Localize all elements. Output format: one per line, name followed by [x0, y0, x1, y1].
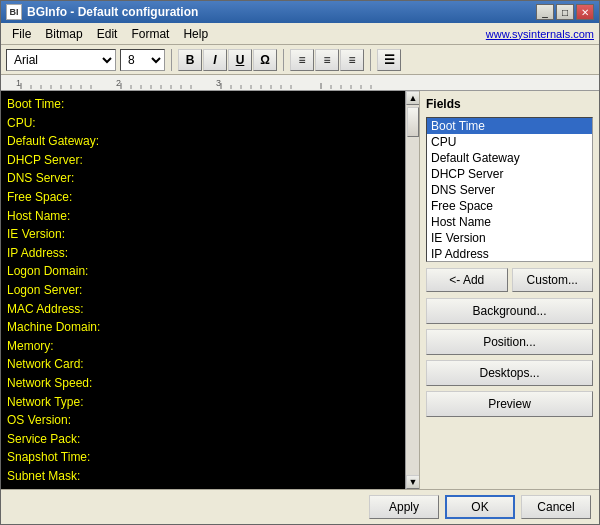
underline-button[interactable]: U [228, 49, 252, 71]
cancel-button[interactable]: Cancel [521, 495, 591, 519]
close-button[interactable]: ✕ [576, 4, 594, 20]
editor-row: Service Pack: [7, 430, 399, 449]
sysinternals-link[interactable]: www.sysinternals.com [486, 28, 594, 40]
editor-row: Network Card: [7, 355, 399, 374]
right-panel: Fields Boot TimeCPUDefault GatewayDHCP S… [419, 91, 599, 489]
background----button[interactable]: Background... [426, 298, 593, 324]
minimize-button[interactable]: _ [536, 4, 554, 20]
fields-list-item[interactable]: DHCP Server [427, 166, 592, 182]
app-icon: BI [6, 4, 22, 20]
field-label: Subnet Mask: [7, 467, 152, 486]
bold-button[interactable]: B [178, 49, 202, 71]
align-right-button[interactable]: ≡ [340, 49, 364, 71]
list-button[interactable]: ☰ [377, 49, 401, 71]
scroll-down-button[interactable]: ▼ [406, 475, 420, 489]
field-label: IE Version: [7, 225, 152, 244]
field-label: Default Gateway: [7, 132, 152, 151]
editor-row: IP Address: [7, 244, 399, 263]
editor-row: DHCP Server: [7, 151, 399, 170]
editor-area[interactable]: Boot Time:CPU:Default Gateway:DHCP Serve… [1, 91, 405, 489]
menubar: File Bitmap Edit Format Help www.sysinte… [1, 23, 599, 45]
scroll-up-button[interactable]: ▲ [406, 91, 420, 105]
fields-list-item[interactable]: Boot Time [427, 118, 592, 134]
ruler: 1 2 3 [1, 75, 599, 91]
fields-list-item[interactable]: Default Gateway [427, 150, 592, 166]
editor-row: Snapshot Time: [7, 448, 399, 467]
editor-row: DNS Server: [7, 169, 399, 188]
titlebar-left: BI BGInfo - Default configuration [6, 4, 198, 20]
scroll-track[interactable] [406, 105, 419, 475]
editor-row: Boot Time: [7, 95, 399, 114]
fields-list-item[interactable]: IP Address [427, 246, 592, 262]
editor-row: Host Name: [7, 207, 399, 226]
editor-row: Logon Domain: [7, 262, 399, 281]
field-label: Host Name: [7, 207, 152, 226]
font-size-select[interactable]: 8 [120, 49, 165, 71]
alignment-buttons: ≡ ≡ ≡ [290, 49, 364, 71]
toolbar-separator-2 [283, 49, 284, 71]
titlebar-controls: _ □ ✕ [536, 4, 594, 20]
fields-list-item[interactable]: Free Space [427, 198, 592, 214]
special-char-button[interactable]: Ω [253, 49, 277, 71]
custom-button[interactable]: Custom... [512, 268, 594, 292]
main-content: Boot Time:CPU:Default Gateway:DHCP Serve… [1, 91, 599, 489]
add-button[interactable]: <- Add [426, 268, 508, 292]
formatting-buttons: B I U Ω [178, 49, 277, 71]
field-label: MAC Address: [7, 300, 152, 319]
fields-list[interactable]: Boot TimeCPUDefault GatewayDHCP ServerDN… [426, 117, 593, 262]
fields-list-item[interactable]: DNS Server [427, 182, 592, 198]
field-label: DHCP Server: [7, 151, 152, 170]
titlebar: BI BGInfo - Default configuration _ □ ✕ [1, 1, 599, 23]
editor-row: Free Space: [7, 188, 399, 207]
field-label: IP Address: [7, 244, 152, 263]
desktops----button[interactable]: Desktops... [426, 360, 593, 386]
field-label: Logon Server: [7, 281, 152, 300]
italic-button[interactable]: I [203, 49, 227, 71]
menu-items: File Bitmap Edit Format Help [6, 26, 214, 42]
window-title: BGInfo - Default configuration [27, 5, 198, 19]
editor-row: Machine Domain: [7, 318, 399, 337]
menu-file[interactable]: File [6, 26, 37, 42]
main-window: BI BGInfo - Default configuration _ □ ✕ … [0, 0, 600, 525]
bottom-buttons: Apply OK Cancel [1, 489, 599, 524]
position----button[interactable]: Position... [426, 329, 593, 355]
editor-row: MAC Address: [7, 300, 399, 319]
field-label: Machine Domain: [7, 318, 152, 337]
fields-label: Fields [426, 97, 593, 111]
menu-format[interactable]: Format [125, 26, 175, 42]
field-label: Boot Time: [7, 95, 152, 114]
editor-scrollbar[interactable]: ▲ ▼ [405, 91, 419, 489]
align-left-button[interactable]: ≡ [290, 49, 314, 71]
menu-help[interactable]: Help [177, 26, 214, 42]
editor-row: Logon Server: [7, 281, 399, 300]
menu-bitmap[interactable]: Bitmap [39, 26, 88, 42]
align-center-button[interactable]: ≡ [315, 49, 339, 71]
editor-row: IE Version: [7, 225, 399, 244]
fields-list-item[interactable]: IE Version [427, 230, 592, 246]
field-label: Free Space: [7, 188, 152, 207]
ok-button[interactable]: OK [445, 495, 515, 519]
editor-row: Default Gateway: [7, 132, 399, 151]
menu-edit[interactable]: Edit [91, 26, 124, 42]
field-label: Snapshot Time: [7, 448, 152, 467]
toolbar-separator-1 [171, 49, 172, 71]
field-label: Logon Domain: [7, 262, 152, 281]
editor-row: OS Version: [7, 411, 399, 430]
preview-button[interactable]: Preview [426, 391, 593, 417]
apply-button[interactable]: Apply [369, 495, 439, 519]
field-label: Network Speed: [7, 374, 152, 393]
field-label: Network Card: [7, 355, 152, 374]
fields-list-item[interactable]: CPU [427, 134, 592, 150]
field-label: Network Type: [7, 393, 152, 412]
toolbar: Arial 8 B I U Ω ≡ ≡ ≡ ☰ [1, 45, 599, 75]
field-label: OS Version: [7, 411, 152, 430]
fields-list-item[interactable]: Host Name [427, 214, 592, 230]
add-custom-row: <- Add Custom... [426, 268, 593, 292]
font-select[interactable]: Arial [6, 49, 116, 71]
editor-row: Subnet Mask: [7, 467, 399, 486]
editor-row: Memory: [7, 337, 399, 356]
editor-row: Network Speed: [7, 374, 399, 393]
editor-row: Network Type: [7, 393, 399, 412]
maximize-button[interactable]: □ [556, 4, 574, 20]
scroll-thumb[interactable] [407, 107, 419, 137]
